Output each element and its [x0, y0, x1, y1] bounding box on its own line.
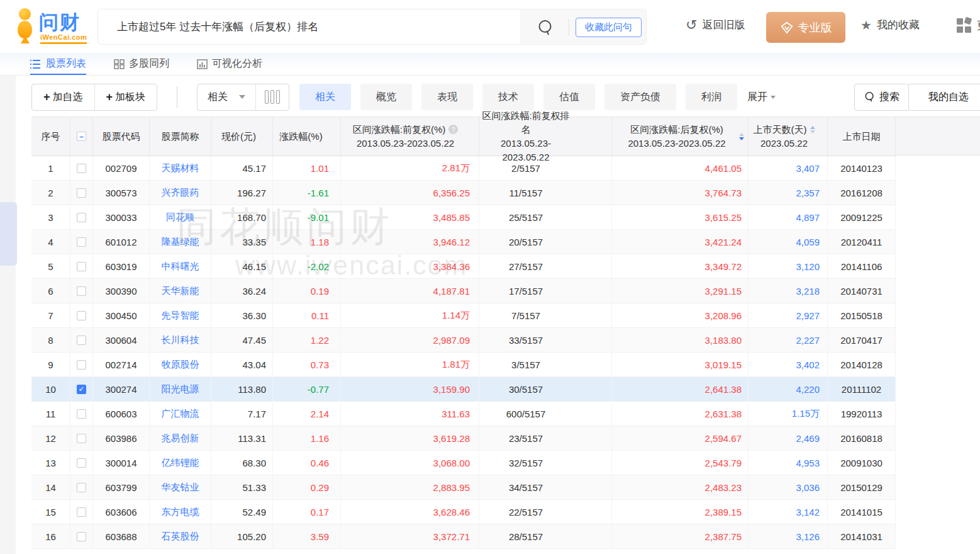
cell-change: 0.46	[273, 451, 341, 475]
stock-name-link-text[interactable]: 天华新能	[162, 285, 199, 297]
stock-name-link-text[interactable]: 华友钴业	[162, 482, 199, 494]
stock-name-link-text[interactable]: 同花顺	[166, 212, 194, 223]
more-apps-button[interactable]: 更多	[957, 18, 980, 33]
row-checkbox[interactable]	[77, 188, 86, 198]
stock-name-link[interactable]: 亿纬锂能	[150, 451, 211, 475]
row-checkbox[interactable]	[77, 213, 86, 222]
stock-name-link[interactable]: 华友钴业	[150, 475, 211, 500]
stock-name-link-text[interactable]: 先导智能	[162, 310, 199, 322]
my-watchlist-button[interactable]: 我的自选	[908, 84, 980, 111]
stock-name-link[interactable]: 兴齐眼药	[150, 181, 211, 205]
cell-price: 46.15	[211, 254, 273, 279]
cell-stock-code: 603986	[93, 426, 150, 451]
col-header-name[interactable]: 股票简称	[150, 117, 211, 156]
search-query-text[interactable]: 上市超过5年 过去十年涨幅（后复权）排名	[117, 9, 318, 44]
cell-stock-code: 603688	[93, 524, 150, 549]
add-board-button[interactable]: + 加板块	[94, 84, 157, 110]
row-checkbox[interactable]	[77, 262, 86, 271]
columns-layout-button[interactable]	[255, 84, 289, 110]
row-checkbox[interactable]	[77, 409, 86, 419]
grid-icon	[114, 59, 125, 69]
row-checkbox[interactable]	[77, 311, 86, 320]
row-checkbox[interactable]: ✓	[77, 385, 86, 394]
expand-button[interactable]: 展开	[747, 91, 776, 104]
select-all-checkbox[interactable]: –	[77, 132, 86, 141]
tab-stock-list[interactable]: 股票列表	[30, 53, 86, 75]
row-checkbox[interactable]	[77, 286, 86, 296]
stock-name-link[interactable]: 同花顺	[150, 205, 211, 230]
help-icon[interactable]: ?	[448, 125, 458, 134]
stock-name-link[interactable]: 牧原股份	[150, 353, 211, 377]
plus-icon: +	[106, 91, 113, 104]
row-checkbox[interactable]	[77, 434, 86, 443]
search-icon	[864, 91, 876, 103]
col-header-range_qfq[interactable]: 区间涨跌幅:前复权(%)?2013.05.23-2023.05.22	[341, 117, 479, 156]
stock-name-link[interactable]: 中科曙光	[150, 254, 211, 279]
stock-name-link-text[interactable]: 广汇物流	[162, 408, 199, 420]
stock-name-link[interactable]: 天赐材料	[150, 156, 211, 181]
back-to-old-version[interactable]: ↺ 返回旧版	[686, 18, 745, 32]
stock-name-link[interactable]: 天华新能	[150, 279, 211, 303]
my-favorites-button[interactable]: ★ 我的收藏	[860, 18, 920, 32]
search-bar[interactable]: 上市超过5年 过去十年涨幅（后复权）排名 收藏此问句	[97, 9, 647, 45]
cell-stock-code-text: 002714	[105, 359, 136, 370]
stock-name-link[interactable]: 先导智能	[150, 303, 211, 328]
col-header-change[interactable]: 涨跌幅(%)	[273, 117, 341, 156]
cell-price: 52.49	[211, 500, 273, 524]
stock-name-link[interactable]: 兆易创新	[150, 426, 211, 451]
category-tab-技术[interactable]: 技术	[482, 84, 534, 110]
col-header-check[interactable]: –	[70, 117, 93, 156]
stock-name-link-text[interactable]: 东方电缆	[162, 506, 199, 518]
stock-name-link[interactable]: 长川科技	[150, 328, 211, 353]
category-tab-利润[interactable]: 利润	[686, 84, 737, 110]
stock-name-link[interactable]: 阳光电源	[150, 377, 211, 402]
stock-name-link-text[interactable]: 亿纬锂能	[162, 457, 199, 469]
stock-name-link[interactable]: 石英股份	[150, 524, 211, 549]
stock-name-link[interactable]: 东方电缆	[150, 500, 211, 524]
cell-listed-days-text: 1.15万	[792, 408, 820, 420]
cell-index: 3	[31, 205, 70, 230]
tab-visual-analysis[interactable]: 可视化分析	[197, 53, 262, 75]
stock-name-link[interactable]: 隆基绿能	[150, 230, 211, 254]
stock-name-link-text[interactable]: 兴齐眼药	[162, 187, 199, 199]
category-tab-概览[interactable]: 概览	[360, 84, 412, 110]
row-checkbox[interactable]	[77, 532, 86, 541]
col-header-days[interactable]: 上市天数(天)2023.05.22	[749, 117, 828, 156]
row-checkbox[interactable]	[77, 164, 86, 173]
stock-name-link[interactable]: 广汇物流	[150, 402, 211, 426]
category-tab-表现[interactable]: 表现	[421, 84, 473, 110]
col-header-rank_qfq[interactable]: 区间涨跌幅:前复权排名2013.05.23-2023.05.22	[479, 117, 612, 156]
tab-multi-stock[interactable]: 多股同列	[114, 53, 169, 75]
stock-name-link-text[interactable]: 隆基绿能	[162, 236, 199, 248]
row-checkbox[interactable]	[77, 237, 86, 247]
cell-checkbox	[70, 524, 93, 549]
stock-name-link-text[interactable]: 天赐材料	[162, 162, 199, 174]
row-checkbox[interactable]	[77, 336, 86, 345]
stock-name-link-text[interactable]: 石英股份	[162, 531, 199, 543]
favorite-question-button[interactable]: 收藏此问句	[576, 18, 642, 37]
table-row: 15603606东方电缆52.490.173,628.4622/51572,38…	[31, 500, 896, 524]
row-checkbox[interactable]	[77, 360, 86, 370]
col-header-range_hfq[interactable]: 区间涨跌幅:后复权(%)2013.05.23-2023.05.22	[612, 117, 749, 156]
row-checkbox[interactable]	[77, 483, 86, 492]
col-header-code[interactable]: 股票代码	[93, 117, 150, 156]
row-checkbox[interactable]	[77, 507, 86, 517]
stock-name-link-text[interactable]: 牧原股份	[162, 359, 199, 371]
stock-name-link-text[interactable]: 长川科技	[162, 334, 199, 346]
stock-name-link-text[interactable]: 兆易创新	[162, 432, 199, 444]
col-header-price[interactable]: 现价(元)	[211, 117, 273, 156]
col-header-date[interactable]: 上市日期	[828, 117, 896, 156]
table-search-button[interactable]: 搜索	[854, 84, 910, 111]
pro-version-button[interactable]: 专业版	[766, 12, 845, 43]
iwencai-logo[interactable]: 问财 iWenCai.com	[15, 6, 91, 47]
row-checkbox[interactable]	[77, 458, 86, 468]
collapsed-panel-tab[interactable]	[0, 202, 17, 266]
stock-name-link-text[interactable]: 中科曙光	[162, 261, 199, 273]
category-tab-相关[interactable]: 相关	[299, 84, 351, 110]
group-dropdown[interactable]: 相关	[198, 84, 255, 110]
add-watchlist-button[interactable]: + 加自选	[32, 84, 94, 110]
stock-name-link-text[interactable]: 阳光电源	[162, 383, 199, 395]
category-tab-资产负债[interactable]: 资产负债	[604, 84, 676, 110]
category-tab-估值[interactable]: 估值	[543, 84, 595, 110]
search-icon[interactable]	[537, 19, 554, 38]
